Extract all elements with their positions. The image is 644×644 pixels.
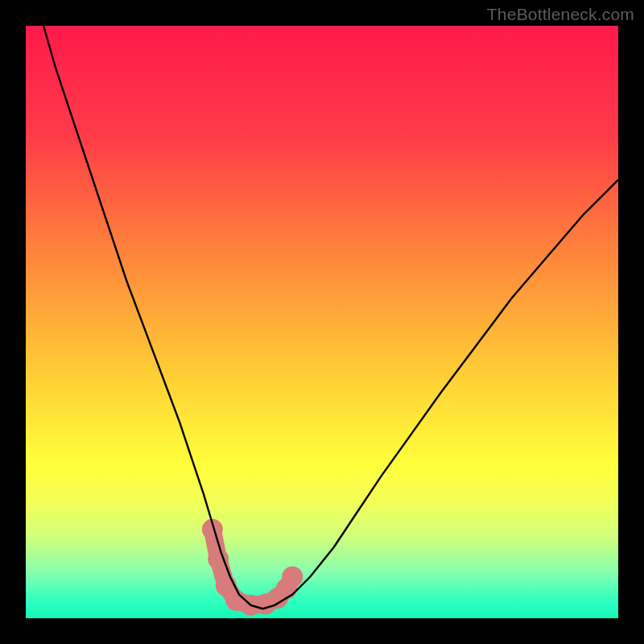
bottleneck-curve — [43, 26, 618, 609]
chart-frame: TheBottleneck.com — [0, 0, 644, 644]
watermark-label: TheBottleneck.com — [487, 5, 634, 24]
curve-layer — [26, 26, 618, 618]
optimal-range-marker — [202, 519, 303, 616]
svg-point-9 — [282, 566, 303, 587]
plot-area — [26, 26, 618, 618]
